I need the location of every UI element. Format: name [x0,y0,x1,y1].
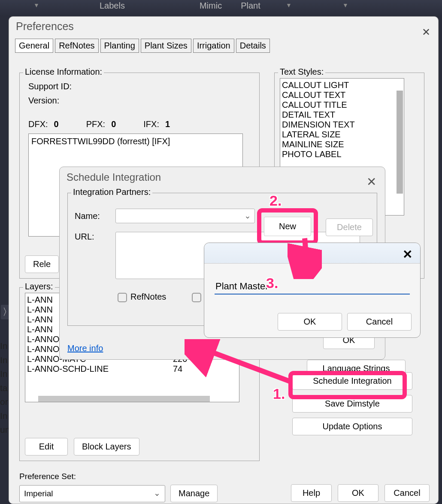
list-item[interactable]: CALLOUT LIGHT [282,80,402,90]
chevron-down-icon: ▼ [33,2,39,9]
ifx-value: 1 [165,119,170,129]
license-entry[interactable]: FORRESTTWIL99DD (forrestt) [IFX] [31,137,170,146]
scrollbar-horizontal[interactable] [38,396,210,402]
background-text-fragment: InInIntaorInun [0,339,9,437]
dfx-value: 0 [54,119,59,129]
tab-plant-sizes[interactable]: Plant Sizes [141,39,191,53]
more-info-link[interactable]: More info [67,343,103,353]
manage-button[interactable]: Manage [170,485,218,502]
layers-legend: Layers: [23,282,55,291]
ifx-label: IFX: [143,119,159,129]
release-button[interactable]: Rele [25,255,59,273]
cancel-button[interactable]: Cancel [347,313,412,331]
list-item[interactable]: CALLOUT TITLE [282,100,402,110]
tab-refnotes[interactable]: RefNotes [55,39,98,53]
delete-button: Delete [326,219,373,236]
tab-details[interactable]: Details [236,39,270,53]
refnotes-checkbox[interactable]: RefNotes [118,292,166,302]
table-row[interactable]: L-ANNO-SCHD-LINE74 [27,364,237,374]
dialog-titlebar[interactable] [204,243,420,264]
textstyles-legend: Text Styles: [278,67,325,77]
save-dimstyle-button[interactable]: Save Dimstyle [292,395,412,413]
new-button[interactable]: New [264,217,311,236]
dialog-title: Schedule Integration [60,167,385,188]
license-legend: License Information: [23,67,104,77]
chevron-down-icon: ▼ [286,2,292,9]
list-item[interactable]: DIMENSION TEXT [282,120,402,130]
block-layers-button[interactable]: Block Layers [74,438,139,455]
ribbon-mimic[interactable]: Mimic [199,0,223,12]
tab-planting[interactable]: Planting [100,39,139,53]
pfx-label: PFX: [86,119,105,129]
list-item[interactable]: MAINLINE SIZE [282,140,402,149]
preference-set-label: Preference Set: [19,472,218,481]
tab-irrigation[interactable]: Irrigation [193,39,234,53]
close-icon[interactable]: ✕ [366,175,376,189]
tab-general[interactable]: General [15,39,53,53]
preference-set-select[interactable]: Imperial [19,485,165,502]
cancel-button[interactable]: Cancel [384,484,430,502]
list-item[interactable]: PHOTO LABEL [282,149,402,159]
ok-button[interactable]: OK [278,313,342,331]
list-item[interactable]: DETAIL TEXT [282,110,402,120]
chevron-down-icon: ▼ [342,2,348,9]
edit-button[interactable]: Edit [25,438,68,455]
pfx-value: 0 [111,119,116,129]
dialog-title: Preferences [9,17,438,36]
list-item[interactable]: LATERAL SIZE [282,130,402,140]
name-label: Name: [75,211,103,221]
dfx-label: DFX: [28,119,48,129]
close-icon[interactable]: ✕ [422,26,430,38]
annotation-highlight-new: New [257,208,318,245]
name-entry-dialog: ✕ OK Cancel [204,243,421,338]
version-label: Version: [28,96,251,106]
schedule-integration-button[interactable]: Schedule Integration [292,372,412,390]
close-icon[interactable]: ✕ [403,247,412,261]
ribbon-plant[interactable]: Plant [240,0,261,12]
ok-button[interactable]: OK [338,484,378,502]
help-button[interactable]: Help [291,484,332,502]
ribbon-labels[interactable]: Labels [99,0,126,12]
list-item[interactable]: CALLOUT TEXT [282,90,402,100]
support-id-label: Support ID: [28,82,251,91]
tab-bar: General RefNotes Planting Plant Sizes Ir… [9,36,438,55]
name-select[interactable] [115,209,255,223]
url-label: URL: [75,232,103,242]
name-input[interactable] [215,279,410,295]
scrollbar-vertical[interactable] [397,91,403,194]
ribbon-bar: Labels Mimic Plant [0,0,442,16]
update-options-button[interactable]: Update Options [292,418,412,435]
integration-legend: Integration Partners: [71,187,152,197]
